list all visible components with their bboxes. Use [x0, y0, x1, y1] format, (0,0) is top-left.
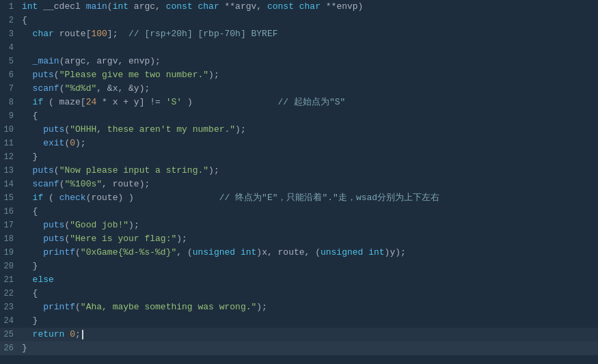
fn-token: scanf [33, 83, 59, 94]
plain-token [22, 220, 43, 230]
num-token: 0 [70, 329, 75, 339]
kw-token: int [241, 247, 256, 257]
line-content: printf("0xGame{%d-%s-%d}", (unsigned int… [19, 246, 598, 260]
plain-token [235, 247, 241, 257]
plain-token: { [22, 288, 38, 298]
plain-token: ( [75, 302, 81, 312]
code-line: 9 { [0, 109, 598, 123]
code-line: 23 printf("Aha, maybe something was wron… [0, 300, 598, 314]
line-number: 15 [0, 191, 19, 205]
plain-token: ); [176, 234, 187, 244]
line-number: 21 [0, 273, 19, 287]
kw-token: if [33, 97, 44, 107]
kw-token: int [113, 1, 128, 12]
code-line: 19 printf("0xGame{%d-%s-%d}", (unsigned … [0, 246, 598, 260]
line-number: 11 [0, 137, 19, 150]
plain-token [22, 329, 33, 339]
kw-token: const [166, 1, 193, 12]
cmt-token: // 终点为"E"，只能沿着"."走，wsad分别为上下左右 [219, 193, 439, 203]
code-line: 8 if ( maze[24 * x + y] != 'S' ) // 起始点为… [0, 96, 598, 109]
plain-token: ); [128, 220, 139, 230]
type-token: char [33, 29, 54, 39]
fn-token: exit [43, 138, 64, 148]
line-content: } [19, 150, 598, 164]
fn-token: puts [33, 165, 54, 176]
line-content: if ( check(route) ) // 终点为"E"，只能沿着"."走，w… [19, 191, 598, 205]
fn-token: puts [33, 70, 54, 80]
kw-token: if [33, 193, 44, 203]
plain-token [22, 29, 33, 39]
kw-token: unsigned [193, 247, 235, 257]
plain-token: ; [75, 329, 81, 339]
line-content: if ( maze[24 * x + y] != 'S' ) // 起始点为"S… [19, 96, 598, 109]
plain-token [22, 165, 33, 176]
line-number: 20 [0, 260, 19, 273]
code-line: 14 scanf("%100s", route); [0, 178, 598, 191]
plain-token: ( maze[ [43, 97, 85, 107]
fn-token: scanf [33, 179, 59, 189]
cmt-token: // 起始点为"S" [278, 97, 346, 107]
kw-token: else [33, 275, 54, 285]
line-content: else [19, 273, 598, 287]
str-token: 'S' [166, 97, 182, 107]
str-token: "Good job!" [70, 220, 128, 230]
line-number: 18 [0, 232, 19, 246]
plain-token [22, 193, 33, 203]
code-line: 10 puts("OHHH, these aren't my number.")… [0, 123, 598, 137]
plain-token [22, 56, 33, 66]
type-token: char [198, 1, 219, 12]
plain-token: } [22, 261, 38, 271]
line-number: 26 [0, 341, 19, 355]
code-line: 16 { [0, 205, 598, 219]
plain-token [22, 234, 43, 244]
plain-token: )y); [385, 247, 406, 257]
plain-token: ]; [107, 29, 128, 39]
line-number: 23 [0, 300, 19, 314]
line-content: puts("Please give me two number."); [19, 68, 598, 82]
line-content: } [19, 260, 598, 273]
plain-token [22, 70, 33, 80]
line-number: 16 [0, 205, 19, 219]
plain-token: ); [208, 165, 219, 176]
line-number: 25 [0, 328, 19, 341]
line-number: 19 [0, 246, 19, 260]
num-token: 100 [91, 29, 107, 39]
plain-token: { [22, 15, 27, 25]
code-line: 20 } [0, 260, 598, 273]
code-line: 18 puts("Here is your flag:"); [0, 232, 598, 246]
code-line: 13 puts("Now please input a string."); [0, 164, 598, 178]
code-line: 12 } [0, 150, 598, 164]
plain-token: { [22, 111, 38, 121]
plain-token: ); [235, 124, 246, 135]
code-line: 11 exit(0); [0, 137, 598, 150]
line-number: 13 [0, 164, 19, 178]
plain-token: ( [43, 193, 59, 203]
line-content: int __cdecl main(int argc, const char **… [19, 0, 598, 14]
plain-token [22, 247, 43, 257]
line-content: { [19, 109, 598, 123]
fn-token: printf [43, 247, 75, 257]
type-token: char [299, 1, 321, 12]
plain-token: , &x, &y); [96, 83, 150, 94]
line-number: 3 [0, 27, 19, 41]
kw-token: unsigned [321, 247, 363, 257]
plain-token: * x + y] != [96, 97, 165, 107]
plain-token: ( [54, 165, 59, 176]
plain-token [22, 83, 33, 94]
str-token: "Here is your flag:" [70, 234, 176, 244]
plain-token: ); [208, 70, 219, 80]
plain-token: (argc, argv, envp); [59, 56, 161, 66]
kw-token: int [368, 247, 384, 257]
line-number: 24 [0, 314, 19, 328]
fn-token: puts [43, 234, 64, 244]
code-line: 3 char route[100]; // [rsp+20h] [rbp-70h… [0, 27, 598, 41]
code-line: 26} [0, 341, 598, 355]
plain-token: ); [75, 138, 86, 148]
line-content: scanf("%d%d", &x, &y); [19, 82, 598, 96]
str-token: "0xGame{%d-%s-%d}" [81, 247, 176, 257]
plain-token [294, 1, 299, 12]
plain-token [22, 138, 43, 148]
line-content: _main(argc, argv, envp); [19, 55, 598, 68]
fn-token: check [59, 193, 86, 203]
line-number: 14 [0, 178, 19, 191]
